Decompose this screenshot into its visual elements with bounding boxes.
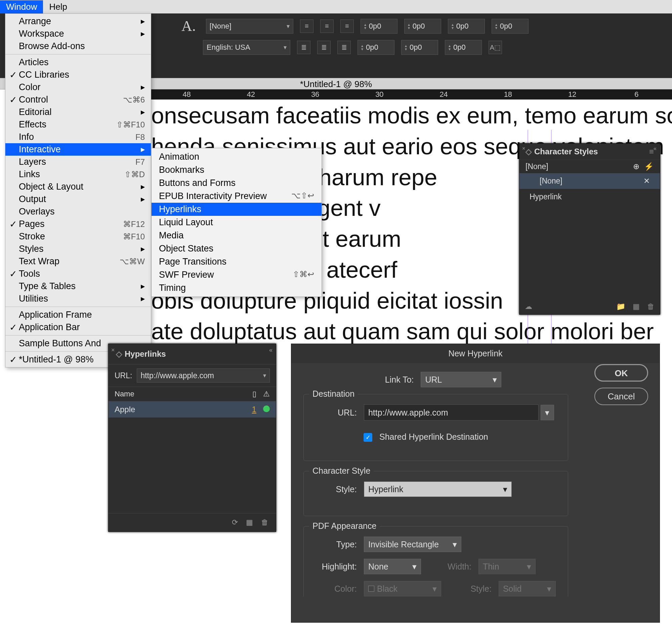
shared-checkbox[interactable]: ✓ xyxy=(364,433,372,442)
menu-help[interactable]: Help xyxy=(43,0,73,14)
submenu-item[interactable]: EPUB Interactivity Preview⌥⇧↩ xyxy=(151,190,321,203)
align-right-icon[interactable]: ≡ xyxy=(340,20,354,33)
menu-item[interactable]: Workspace xyxy=(5,28,151,40)
url-input[interactable]: http://www.apple.com xyxy=(364,404,538,421)
menu-item[interactable]: Application Frame xyxy=(5,309,151,321)
close-icon[interactable]: × xyxy=(522,145,525,152)
close-icon[interactable]: × xyxy=(111,347,115,354)
menu-item[interactable]: Object & Layout xyxy=(5,181,151,193)
character-styles-panel: × « ◇Character Styles≡ [None] ⊕⚡ [None]✕… xyxy=(519,143,660,315)
justify-right-icon[interactable]: ≣ xyxy=(337,41,351,54)
new-icon[interactable]: ▦ xyxy=(246,518,253,527)
refresh-icon[interactable]: ⟳ xyxy=(232,518,238,527)
menu-item[interactable]: Overlays xyxy=(5,205,151,218)
submenu-item[interactable]: Hyperlinks xyxy=(151,203,321,216)
menu-item[interactable]: Styles xyxy=(5,243,151,255)
ok-button[interactable]: OK xyxy=(594,364,648,381)
menu-item[interactable]: Articles xyxy=(5,56,151,69)
menu-item[interactable]: Browse Add-ons xyxy=(5,40,151,52)
indent-left-field[interactable]: ▴▾0p0 xyxy=(361,19,398,33)
submenu-item[interactable]: Liquid Layout xyxy=(151,216,321,229)
style-item-none[interactable]: [None]✕ xyxy=(520,173,660,189)
justify-left-icon[interactable]: ≣ xyxy=(297,41,310,54)
new-style-icon[interactable]: ⊕ xyxy=(633,162,640,171)
menu-item[interactable]: Text Wrap⌥⌘W xyxy=(5,255,151,268)
menu-item[interactable]: Interactive xyxy=(5,143,151,156)
url-input[interactable]: http://www.apple.com▾ xyxy=(137,369,270,383)
destination-section-title: Destination xyxy=(309,389,358,399)
collapse-icon[interactable]: « xyxy=(269,347,272,354)
language-dropdown[interactable]: English: USA▾ xyxy=(203,40,290,55)
menu-item[interactable]: Output xyxy=(5,193,151,205)
indent-right-field[interactable]: ▴▾0p0 xyxy=(358,40,394,55)
quick-apply-icon[interactable]: ⚡ xyxy=(644,162,654,171)
highlight-select[interactable]: None▾ xyxy=(364,559,421,574)
new-hyperlink-dialog: New Hyperlink OK Cancel Link To: URL▾ De… xyxy=(291,344,660,623)
cancel-button[interactable]: Cancel xyxy=(594,388,648,405)
url-label: URL: xyxy=(313,408,357,418)
warning-icon[interactable]: ⚠ xyxy=(263,390,270,398)
new-icon[interactable]: ▦ xyxy=(633,302,640,311)
color-select: Black▾ xyxy=(364,581,441,597)
menu-item[interactable]: LayersF7 xyxy=(5,156,151,168)
align-left-icon[interactable]: ≡ xyxy=(300,20,313,33)
indent-last-field[interactable]: ▴▾0p0 xyxy=(401,40,438,55)
menu-item[interactable]: Type & Tables xyxy=(5,280,151,293)
clear-override-icon[interactable]: ✕ xyxy=(644,177,650,186)
dropcap-icon[interactable]: A⬚ xyxy=(488,41,502,54)
paragraph-style-dropdown[interactable]: [None]▾ xyxy=(206,19,293,33)
menu-item[interactable]: Effects⇧⌘F10 xyxy=(5,118,151,131)
submenu-item[interactable]: Media xyxy=(151,229,321,242)
submenu-item[interactable]: Bookmarks xyxy=(151,163,321,177)
menu-item[interactable]: Pages⌘F12 xyxy=(5,218,151,230)
justify-center-icon[interactable]: ≣ xyxy=(317,41,331,54)
submenu-item[interactable]: Timing xyxy=(151,281,321,295)
menu-item[interactable]: InfoF8 xyxy=(5,131,151,143)
folder-icon[interactable]: 📁 xyxy=(616,302,625,311)
submenu-item[interactable]: Page Transitions xyxy=(151,255,321,268)
ruler: 484236302418126 xyxy=(151,89,672,99)
space-before-field-2[interactable]: ▴▾0p0 xyxy=(491,19,529,33)
menu-item[interactable]: Stroke⌘F10 xyxy=(5,230,151,243)
dialog-title: New Hyperlink xyxy=(291,344,659,363)
submenu-item[interactable]: Animation xyxy=(151,150,321,163)
type-select[interactable]: Invisible Rectangle▾ xyxy=(364,537,461,552)
menu-item[interactable]: Application Bar xyxy=(5,321,151,333)
menu-item[interactable]: CC Libraries xyxy=(5,69,151,81)
menu-item[interactable]: Links⇧⌘D xyxy=(5,168,151,181)
hyperlinks-panel: × « ◇Hyperlinks URL: http://www.apple.co… xyxy=(108,344,276,532)
new-page-icon[interactable]: ▯ xyxy=(252,390,256,398)
indent-first-field[interactable]: ▴▾0p0 xyxy=(404,19,441,33)
menu-item[interactable]: Arrange xyxy=(5,15,151,28)
menu-item[interactable]: Editorial xyxy=(5,106,151,118)
collapse-icon[interactable]: « xyxy=(653,145,656,152)
menu-item[interactable]: Control⌥⌘6 xyxy=(5,93,151,106)
submenu-item[interactable]: Object States xyxy=(151,242,321,255)
trash-icon[interactable]: 🗑 xyxy=(261,518,268,527)
menu-item[interactable]: Tools xyxy=(5,268,151,280)
space-after-field[interactable]: ▴▾0p0 xyxy=(445,40,482,55)
width-select: Thin▾ xyxy=(478,559,535,574)
hyperlink-list-item[interactable]: Apple 1 xyxy=(109,401,276,418)
style-item-hyperlink[interactable]: Hyperlink xyxy=(520,189,660,205)
pdf-section-title: PDF Appearance xyxy=(309,521,380,531)
shared-label: Shared Hyperlink Destination xyxy=(379,432,488,441)
menu-window[interactable]: Window xyxy=(0,0,43,14)
status-ok-icon xyxy=(263,406,270,412)
submenu-item[interactable]: Buttons and Forms xyxy=(151,177,321,190)
cloud-icon[interactable]: ☁ xyxy=(525,302,532,311)
panel-menu-icon[interactable]: ≡ xyxy=(649,147,654,156)
menu-item[interactable]: Utilities xyxy=(5,293,151,305)
space-before-field[interactable]: ▴▾0p0 xyxy=(448,19,485,33)
menu-item[interactable]: Color xyxy=(5,81,151,93)
style2-select: Solid▾ xyxy=(499,581,556,597)
submenu-item[interactable]: SWF Preview⇧⌘↩ xyxy=(151,268,321,281)
chevron-down-icon: ▾ xyxy=(287,23,290,30)
linkto-select[interactable]: URL▾ xyxy=(421,372,501,387)
trash-icon[interactable]: 🗑 xyxy=(647,302,654,311)
url-recent-dropdown[interactable]: ▾ xyxy=(541,405,554,420)
style-select[interactable]: Hyperlink▾ xyxy=(364,482,512,497)
default-style: [None] xyxy=(526,162,548,171)
align-center-icon[interactable]: ≡ xyxy=(320,20,334,33)
menubar: Window Help xyxy=(0,0,672,14)
